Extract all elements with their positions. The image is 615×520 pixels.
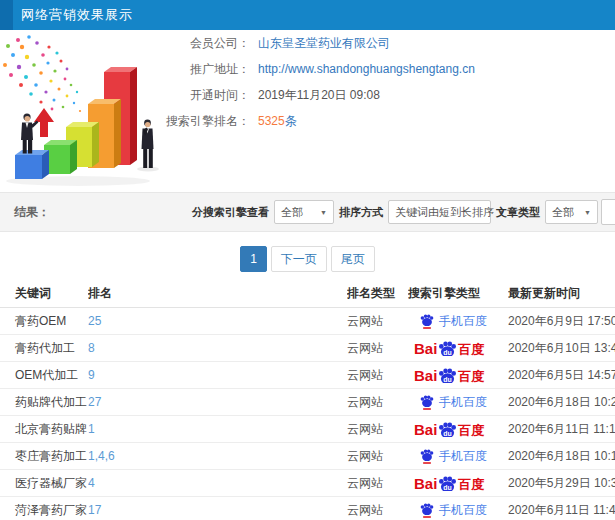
- engine-cell: 手机百度 Bai du 百度: [408, 422, 508, 437]
- mobile-baidu-badge: 手机百度: [420, 394, 487, 411]
- engine-cell: 手机百度 Bai du 百度: [408, 341, 508, 356]
- pagination: 1 下一页 尾页: [0, 246, 615, 272]
- baidu-logo-cn: 百度: [458, 370, 484, 383]
- col-header-keyword: 关键词: [0, 285, 88, 302]
- confetti-dots: [3, 35, 81, 112]
- rank-type-cell: 云网站: [347, 313, 408, 330]
- article-type-select[interactable]: 全部 ▼: [545, 200, 598, 224]
- keyword-cell: 膏药OEM: [0, 313, 88, 330]
- title-bar: 网络营销效果展示: [0, 0, 615, 30]
- member-info-section: 会员公司： 山东皇圣堂药业有限公司 推广地址： http://www.shand…: [0, 30, 615, 188]
- col-header-time: 最新更新时间: [508, 285, 615, 302]
- engine-cell: 手机百度 Bai du 百度: [408, 476, 508, 491]
- sort-select-value: 关键词由短到长排序: [395, 205, 494, 220]
- rank-count-suffix: 条: [285, 113, 297, 130]
- result-label: 结果：: [14, 204, 50, 221]
- rank-type-cell: 云网站: [347, 448, 408, 465]
- update-time-cell: 2020年6月11日 11:18: [508, 421, 615, 438]
- rank-link[interactable]: 9: [88, 368, 347, 382]
- update-time-cell: 2020年6月11日 11:40: [508, 502, 615, 519]
- promo-url-link[interactable]: http://www.shandonghuangshengtang.cn: [258, 62, 475, 76]
- table-row: 药贴牌代加工 27 云网站 手机百度 Bai du 百度 2020年6月18日 …: [0, 389, 615, 416]
- engine-cell: 手机百度 Bai du 百度: [408, 313, 508, 330]
- article-type-select-value: 全部: [552, 205, 574, 220]
- table-row: OEM代加工 9 云网站 手机百度 Bai du 百度 2020年6月5日 14…: [0, 362, 615, 389]
- baidu-logo-cn: 百度: [458, 478, 484, 491]
- col-header-engine: 搜索引擎类型: [408, 285, 508, 302]
- mobile-baidu-badge: 手机百度: [420, 502, 487, 519]
- rank-link[interactable]: 4: [88, 476, 347, 490]
- baidu-paw-icon: du: [438, 341, 457, 356]
- mobile-baidu-label: 手机百度: [439, 313, 487, 330]
- last-page-button[interactable]: 尾页: [331, 246, 375, 272]
- mobile-baidu-label: 手机百度: [439, 502, 487, 519]
- rank-link[interactable]: 1,4,6: [88, 449, 347, 463]
- table-row: 膏药OEM 25 云网站 手机百度 Bai du 百度 2020年6月9日 17…: [0, 308, 615, 335]
- table-header: 关键词 排名 排名类型 搜索引擎类型 最新更新时间: [0, 280, 615, 308]
- table-row: 菏泽膏药厂家 17 云网站 手机百度 Bai du 百度 2020年6月11日 …: [0, 497, 615, 520]
- svg-text:du: du: [444, 429, 452, 436]
- baidu-logo: Bai du 百度: [414, 422, 484, 437]
- mobile-baidu-label: 手机百度: [439, 448, 487, 465]
- baidu-paw-icon: [420, 314, 434, 329]
- submit-button[interactable]: 提交: [601, 199, 615, 225]
- rank-type-cell: 云网站: [347, 502, 408, 519]
- filter-bar: 结果： 分搜索引擎查看 全部 ▼ 排序方式 关键词由短到长排序 ▼ 文章类型 全…: [0, 192, 615, 232]
- rank-link[interactable]: 25: [88, 314, 347, 328]
- keyword-cell: 北京膏药贴牌: [0, 421, 88, 438]
- engine-cell: 手机百度 Bai du 百度: [408, 448, 508, 465]
- open-time-value: 2019年11月20日 09:08: [258, 87, 380, 104]
- rank-count-value: 5325: [258, 114, 285, 128]
- baidu-paw-icon: du: [438, 422, 457, 437]
- svg-text:du: du: [444, 375, 452, 382]
- engine-cell: 手机百度 Bai du 百度: [408, 368, 508, 383]
- title-bar-accent: [0, 0, 13, 30]
- chevron-down-icon: ▼: [320, 209, 327, 216]
- table-row: 北京膏药贴牌 1 云网站 手机百度 Bai du 百度 2020年6月11日 1…: [0, 416, 615, 443]
- table-row: 枣庄膏药加工 1,4,6 云网站 手机百度 Bai du 百度 2020年6月1…: [0, 443, 615, 470]
- keyword-cell: 菏泽膏药厂家: [0, 502, 88, 519]
- sort-filter-label: 排序方式: [337, 205, 385, 220]
- keyword-cell: 膏药代加工: [0, 340, 88, 357]
- update-time-cell: 2020年6月9日 17:50: [508, 313, 615, 330]
- engine-cell: 手机百度 Bai du 百度: [408, 502, 508, 519]
- rank-link[interactable]: 8: [88, 341, 347, 355]
- rank-type-cell: 云网站: [347, 367, 408, 384]
- sort-select[interactable]: 关键词由短到长排序 ▼: [388, 200, 491, 224]
- rank-type-cell: 云网站: [347, 394, 408, 411]
- update-time-cell: 2020年6月10日 13:40: [508, 340, 615, 357]
- rank-table: 关键词 排名 排名类型 搜索引擎类型 最新更新时间 膏药OEM 25 云网站 手…: [0, 280, 615, 520]
- baidu-logo-cn: 百度: [458, 424, 484, 437]
- company-link[interactable]: 山东皇圣堂药业有限公司: [258, 35, 390, 52]
- bar-chart-illustration: [0, 32, 185, 188]
- engine-cell: 手机百度 Bai du 百度: [408, 394, 508, 411]
- col-header-rank: 排名: [88, 285, 347, 302]
- next-page-button[interactable]: 下一页: [271, 246, 327, 272]
- rank-link[interactable]: 1: [88, 422, 347, 436]
- page-1-button[interactable]: 1: [240, 246, 267, 272]
- engine-filter-label: 分搜索引擎查看: [190, 205, 271, 220]
- rank-type-cell: 云网站: [347, 421, 408, 438]
- keyword-cell: 医疗器械厂家: [0, 475, 88, 492]
- baidu-paw-icon: [420, 503, 434, 518]
- update-time-cell: 2020年5月29日 10:32: [508, 475, 615, 492]
- baidu-paw-icon: du: [438, 368, 457, 383]
- engine-select[interactable]: 全部 ▼: [274, 200, 334, 224]
- table-row: 膏药代加工 8 云网站 手机百度 Bai du 百度 2020年6月10日 13…: [0, 335, 615, 362]
- baidu-logo-bai: Bai: [414, 423, 437, 437]
- keyword-cell: 药贴牌代加工: [0, 394, 88, 411]
- chart-bars: [15, 67, 137, 179]
- mobile-baidu-label: 手机百度: [439, 394, 487, 411]
- filter-controls: 分搜索引擎查看 全部 ▼ 排序方式 关键词由短到长排序 ▼ 文章类型 全部 ▼ …: [190, 193, 615, 231]
- rank-link[interactable]: 27: [88, 395, 347, 409]
- businessman-figure-right: [142, 120, 154, 168]
- baidu-logo-bai: Bai: [414, 369, 437, 383]
- baidu-logo: Bai du 百度: [414, 368, 484, 383]
- table-row: 医疗器械厂家 4 云网站 手机百度 Bai du 百度 2020年5月29日 1…: [0, 470, 615, 497]
- keyword-cell: OEM代加工: [0, 367, 88, 384]
- rank-link[interactable]: 17: [88, 503, 347, 517]
- baidu-paw-icon: [420, 449, 434, 464]
- article-type-label: 文章类型: [494, 205, 542, 220]
- rank-type-cell: 云网站: [347, 475, 408, 492]
- baidu-paw-icon: [420, 395, 434, 410]
